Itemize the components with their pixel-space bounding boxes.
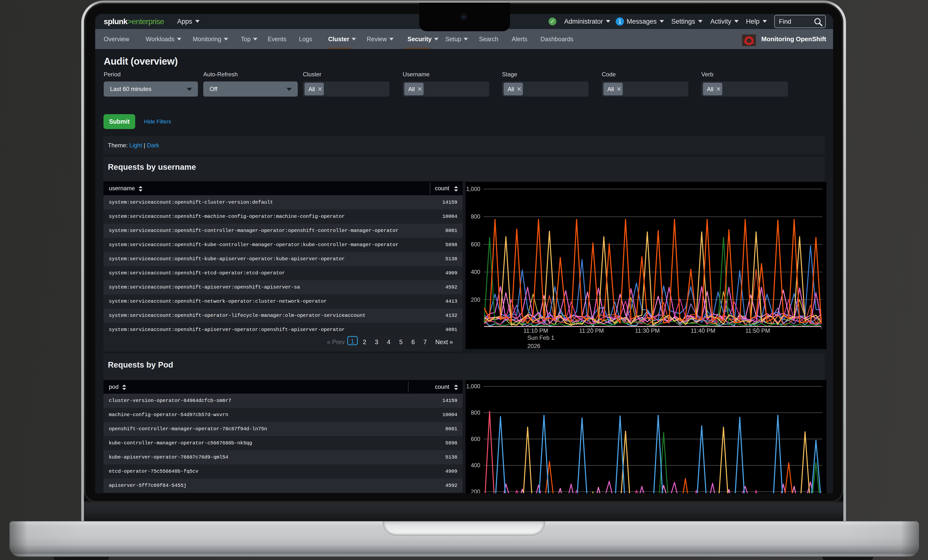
svg-text:400: 400 <box>471 462 480 469</box>
svg-text:600: 600 <box>471 241 480 248</box>
svg-text:11:10 PM: 11:10 PM <box>524 327 548 334</box>
svg-text:200: 200 <box>471 488 480 493</box>
svg-text:2026: 2026 <box>527 343 540 349</box>
svg-text:11:20 PM: 11:20 PM <box>579 327 604 334</box>
svg-text:11:30 PM: 11:30 PM <box>635 327 660 334</box>
svg-text:11:40 PM: 11:40 PM <box>691 327 716 334</box>
svg-text:1,000: 1,000 <box>466 186 480 192</box>
svg-text:800: 800 <box>471 213 480 220</box>
svg-text:200: 200 <box>471 297 480 303</box>
svg-text:Sun Feb 1: Sun Feb 1 <box>527 335 554 341</box>
svg-text:800: 800 <box>471 409 480 416</box>
svg-text:600: 600 <box>471 436 480 442</box>
svg-text:1,000: 1,000 <box>466 383 480 390</box>
svg-text:11:50 PM: 11:50 PM <box>745 327 770 334</box>
svg-text:400: 400 <box>471 269 480 275</box>
